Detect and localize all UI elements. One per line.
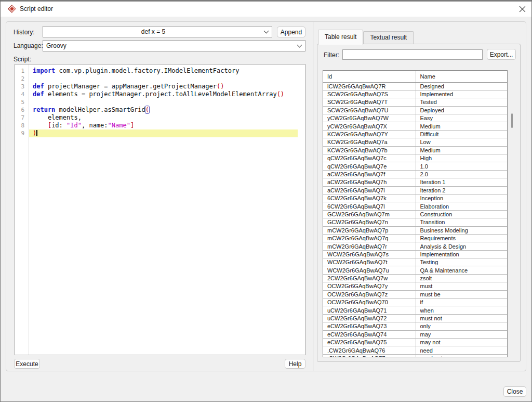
line-number: 1: [15, 67, 28, 75]
history-value: def x = 5: [46, 28, 260, 35]
table-row[interactable]: WCW2Gr6GAqBwAQ7tTesting: [323, 258, 507, 266]
result-tabpanel: Filter: Export... Id Name iCW2Gr6GAqBwAQ…: [317, 44, 521, 362]
table-row[interactable]: KCW2Gr6GAqBwAQ7aLow: [323, 138, 507, 146]
table-row[interactable]: GCW2Gr6GAqBwAQ7mConstruction: [323, 210, 507, 218]
code-line: [id: "Id", name:"Name"]: [29, 122, 298, 129]
history-label: History:: [14, 29, 35, 36]
table-row[interactable]: OCW2Gr6GAqBwAQ70if: [323, 299, 507, 306]
table-row[interactable]: OCW2Gr6GAqBwAQ7ymust: [323, 282, 507, 290]
line-number: 8: [15, 122, 28, 129]
code-line: def projectManager = appManager.getProje…: [29, 83, 298, 90]
titlebar: Script editor: [1, 2, 531, 17]
chevron-down-icon: [264, 29, 269, 34]
tab-table-result[interactable]: Table result: [318, 30, 363, 45]
table-row[interactable]: iCW2Gr6GAqBwAQ7RDesigned: [323, 82, 507, 90]
table-row[interactable]: yCW2Gr6GAqBwAQ7XMedium: [323, 122, 507, 130]
table-row[interactable]: KCW2Gr6GAqBwAQ7bMedium: [323, 146, 507, 154]
script-editor-dialog: Script editor History: def x = 5 Append …: [0, 0, 532, 402]
code-editor[interactable]: 123456789 import com.vp.plugin.model.fac…: [15, 64, 305, 355]
table-row[interactable]: aCW2Gr6GAqBwAQ7hIteration 1: [323, 178, 507, 186]
line-number: 7: [15, 114, 28, 122]
code-line: [29, 98, 298, 106]
table-row[interactable]: eCW2Gr6GAqBwAQ75may not: [323, 339, 507, 346]
code-line: return modelHelper.asSmartGrid(: [29, 106, 298, 114]
line-number: 4: [15, 90, 28, 98]
code-line: ): [29, 129, 298, 137]
table-row[interactable]: SCW2Gr6GAqBwAQ7SImplemented: [323, 90, 507, 98]
table-scrollbar-thumb[interactable]: [511, 113, 513, 128]
table-row[interactable]: .CW2Gr6GAqBwAQ77need not: [323, 354, 507, 357]
result-tabs: Table resultTextual result: [318, 30, 414, 44]
table-row[interactable]: qCW2Gr6GAqBwAQ7cHigh: [323, 154, 507, 162]
language-value: Groovy: [46, 42, 294, 49]
table-header-row: Id Name: [323, 71, 507, 82]
line-number: 6: [15, 106, 28, 114]
export-button[interactable]: Export...: [487, 49, 516, 60]
language-combobox[interactable]: Groovy: [43, 40, 305, 51]
line-number: 5: [15, 98, 28, 106]
editor-code: import com.vp.plugin.model.factory.IMode…: [29, 64, 298, 355]
table-row[interactable]: SCW2Gr6GAqBwAQ7UDeployed: [323, 106, 507, 114]
code-line: def elements = projectManager.project.to…: [29, 90, 298, 98]
result-table[interactable]: Id Name iCW2Gr6GAqBwAQ7RDesignedSCW2Gr6G…: [323, 70, 508, 357]
visual-paradigm-diamond-icon: [8, 5, 16, 13]
append-button[interactable]: Append: [277, 27, 305, 37]
line-number: 9: [15, 129, 28, 137]
table-row[interactable]: OCW2Gr6GAqBwAQ7zmust be: [323, 290, 507, 298]
table-row[interactable]: mCW2Gr6GAqBwAQ7pBusiness Modeling: [323, 226, 507, 234]
panel-divider: [313, 22, 313, 371]
language-label: Language:: [14, 42, 43, 49]
table-row[interactable]: qCW2Gr6GAqBwAQ7e1.0: [323, 162, 507, 170]
table-row[interactable]: 6CW2Gr6GAqBwAQ7lElaboration: [323, 202, 507, 210]
line-number: 3: [15, 83, 28, 90]
filter-input[interactable]: [342, 49, 483, 60]
table-row[interactable]: WCW2Gr6GAqBwAQ7sImplementation: [323, 250, 507, 258]
window-title: Script editor: [20, 2, 53, 17]
code-line: [29, 75, 298, 83]
code-line: import com.vp.plugin.model.factory.IMode…: [29, 67, 298, 75]
table-row[interactable]: GCW2Gr6GAqBwAQ7nTransition: [323, 218, 507, 226]
table-row[interactable]: mCW2Gr6GAqBwAQ7rAnalysis & Design: [323, 242, 507, 250]
table-row[interactable]: aCW2Gr6GAqBwAQ7f2.0: [323, 170, 507, 178]
table-row[interactable]: 6CW2Gr6GAqBwAQ7kInception: [323, 194, 507, 202]
code-line: elements,: [29, 114, 298, 122]
table-row[interactable]: uCW2Gr6GAqBwAQ72must not: [323, 314, 507, 322]
table-row[interactable]: .CW2Gr6GAqBwAQ76need: [323, 346, 507, 354]
table-row[interactable]: mCW2Gr6GAqBwAQ7qRequirements: [323, 234, 507, 242]
table-row[interactable]: aCW2Gr6GAqBwAQ7iIteration 2: [323, 186, 507, 194]
execute-button[interactable]: Execute: [14, 359, 40, 369]
close-button[interactable]: Close: [503, 386, 526, 397]
help-button[interactable]: Help: [285, 359, 305, 369]
table-row[interactable]: eCW2Gr6GAqBwAQ73only: [323, 322, 507, 330]
column-header-id[interactable]: Id: [323, 71, 416, 82]
table-row[interactable]: yCW2Gr6GAqBwAQ7WEasy: [323, 114, 507, 122]
content-panel: History: def x = 5 Append Language: Groo…: [6, 21, 526, 371]
column-header-name[interactable]: Name: [416, 71, 507, 82]
table-row[interactable]: KCW2Gr6GAqBwAQ7YDifficult: [323, 130, 507, 138]
result-table-body: iCW2Gr6GAqBwAQ7RDesignedSCW2Gr6GAqBwAQ7S…: [323, 82, 507, 357]
line-number: 2: [15, 75, 28, 83]
filter-label: Filter:: [324, 51, 339, 59]
editor-gutter: 123456789: [15, 64, 29, 355]
chevron-down-icon: [297, 43, 302, 48]
history-combobox[interactable]: def x = 5: [43, 26, 272, 37]
close-icon[interactable]: [515, 3, 529, 16]
tab-textual-result[interactable]: Textual result: [363, 31, 414, 44]
table-row[interactable]: SCW2Gr6GAqBwAQ7TTested: [323, 98, 507, 106]
table-row[interactable]: uCW2Gr6GAqBwAQ71when: [323, 306, 507, 314]
table-row[interactable]: eCW2Gr6GAqBwAQ74may: [323, 330, 507, 338]
script-label: Script:: [14, 56, 31, 63]
text-caret: [36, 130, 37, 136]
table-row[interactable]: WCW2Gr6GAqBwAQ7uQA & Maintenance: [323, 266, 507, 274]
table-row[interactable]: 2CW2Gr6GAqBwAQ7wzsolt: [323, 274, 507, 282]
